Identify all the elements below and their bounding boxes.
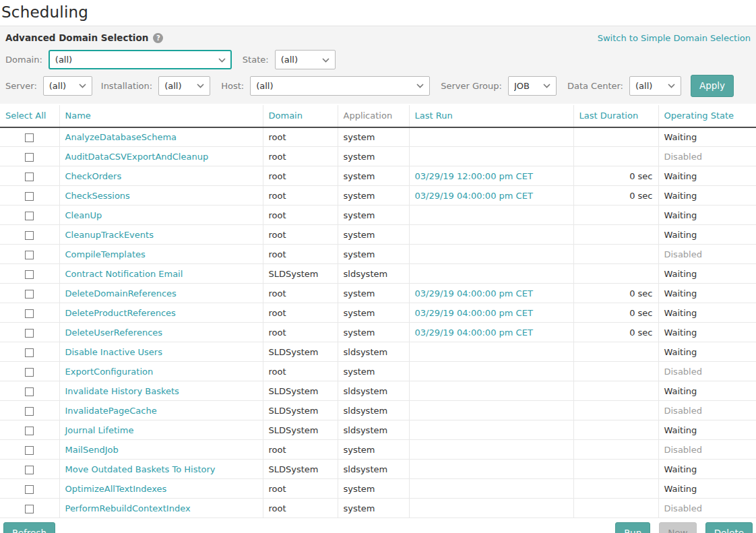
row-checkbox[interactable] [25,153,34,162]
job-last-run-link[interactable]: 03/29/19 04:00:00 pm CET [415,308,533,318]
table-row: Move Outdated Baskets To History SLDSyst… [0,460,756,479]
job-name-link[interactable]: CheckOrders [65,171,122,181]
select-all-link[interactable]: Select All [5,111,46,121]
job-last-run-link[interactable]: 03/29/19 04:00:00 pm CET [415,327,533,338]
row-checkbox[interactable] [25,251,34,259]
data-center-select[interactable]: (all) [629,76,681,96]
job-domain-cell: SLDSystem [263,420,338,440]
job-domain-cell: SLDSystem [263,460,338,479]
row-checkbox[interactable] [25,173,34,181]
job-domain-cell: SLDSystem [263,401,338,420]
job-domain-cell: root [263,479,338,499]
row-checkbox[interactable] [25,466,34,474]
job-name-link[interactable]: DeleteDomainReferences [65,288,177,299]
job-operating-state-cell: Waiting [658,460,756,479]
filter-row-2: Server: (all) Installation: (all) Host: … [5,75,751,97]
job-last-run-link[interactable]: 03/29/19 04:00:00 pm CET [415,191,533,201]
job-name-link[interactable]: OptimizeAllTextIndexes [65,484,167,494]
job-name-link[interactable]: Move Outdated Baskets To History [65,464,216,474]
column-header-last-duration[interactable]: Last Duration [579,111,639,121]
job-last-run-link[interactable]: 03/29/19 04:00:00 pm CET [415,288,533,299]
apply-button[interactable]: Apply [691,75,734,97]
job-name-link[interactable]: PerformRebuildContextIndex [65,503,191,513]
job-operating-state-cell: Disabled [658,362,756,381]
job-operating-state-cell: Waiting [658,303,756,323]
row-checkbox[interactable] [25,348,34,357]
job-last-run-link[interactable]: 03/29/19 12:00:00 pm CET [415,171,533,181]
row-checkbox[interactable] [25,427,34,435]
job-last-run-cell [409,245,573,264]
job-operating-state-cell: Waiting [658,166,756,186]
domain-select[interactable]: (all) [49,50,232,69]
delete-button[interactable]: Delete [705,522,753,533]
job-last-duration-cell [573,245,658,264]
job-name-link[interactable]: CompileTemplates [65,249,146,259]
job-name-link[interactable]: Disable Inactive Users [65,347,162,357]
server-group-select[interactable]: JOB [508,76,557,96]
switch-to-simple-domain-selection-link[interactable]: Switch to Simple Domain Selection [598,33,751,43]
row-checkbox[interactable] [25,329,34,338]
row-checkbox[interactable] [25,270,34,279]
server-select[interactable]: (all) [43,76,92,96]
row-checkbox[interactable] [25,407,34,416]
job-name-link[interactable]: CleanupTrackEvents [65,230,154,240]
new-button[interactable]: New [659,522,696,533]
table-row: CleanupTrackEvents root system Waiting [0,225,756,245]
job-operating-state-cell: Waiting [658,323,756,342]
job-domain-cell: root [263,245,338,264]
job-application-cell: system [338,303,409,323]
job-operating-state-cell: Waiting [658,479,756,499]
table-row: OptimizeAllTextIndexes root system Waiti… [0,479,756,499]
job-last-run-cell [409,264,573,284]
row-checkbox[interactable] [25,387,34,396]
row-checkbox[interactable] [25,290,34,299]
host-select[interactable]: (all) [250,76,430,96]
job-last-duration-cell [573,362,658,381]
job-last-run-cell: 03/29/19 04:00:00 pm CET [409,323,573,342]
row-checkbox[interactable] [25,309,34,318]
table-row: CleanUp root system Waiting [0,206,756,225]
column-header-last-run[interactable]: Last Run [415,111,453,121]
job-name-link[interactable]: Contract Notification Email [65,269,183,279]
job-domain-cell: root [263,127,338,147]
job-name-link[interactable]: AuditDataCSVExportAndCleanup [65,152,209,162]
row-checkbox[interactable] [25,212,34,220]
job-last-duration-cell [573,127,658,147]
table-row: PerformRebuildContextIndex root system D… [0,499,756,518]
column-header-name[interactable]: Name [65,111,91,121]
job-domain-cell: SLDSystem [263,342,338,362]
data-center-label: Data Center: [567,81,623,91]
job-application-cell: system [338,499,409,518]
job-operating-state-cell: Waiting [658,127,756,147]
job-name-link[interactable]: CheckSessions [65,191,130,201]
row-checkbox[interactable] [25,368,34,377]
run-button[interactable]: Run [615,522,650,533]
job-name-link[interactable]: MailSendJob [65,445,119,455]
page-title: Scheduling [1,3,755,21]
job-name-link[interactable]: CleanUp [65,210,102,220]
row-checkbox[interactable] [25,505,34,513]
row-checkbox[interactable] [25,133,34,142]
table-row: CompileTemplates root system Disabled [0,245,756,264]
job-name-link[interactable]: Invalidate History Baskets [65,386,179,396]
job-name-link[interactable]: AnalyzeDatabaseSchema [65,132,177,142]
job-name-link[interactable]: DeleteProductReferences [65,308,176,318]
row-checkbox[interactable] [25,446,34,455]
column-header-domain[interactable]: Domain [269,111,303,121]
state-select[interactable]: (all) [275,50,336,69]
job-last-run-cell [409,362,573,381]
column-header-operating-state[interactable]: Operating State [664,111,734,121]
refresh-button[interactable]: Refresh [3,522,55,533]
job-name-link[interactable]: InvalidatePageCache [65,406,157,416]
job-last-run-cell [409,147,573,166]
job-name-link[interactable]: DeleteUserReferences [65,327,163,338]
row-checkbox[interactable] [25,485,34,494]
help-icon[interactable]: ? [153,33,163,43]
row-checkbox[interactable] [25,192,34,201]
job-name-link[interactable]: Journal Lifetime [65,425,134,435]
table-row: DeleteProductReferences root system 03/2… [0,303,756,323]
installation-select[interactable]: (all) [158,76,210,96]
job-name-link[interactable]: ExportConfiguration [65,367,154,377]
row-checkbox[interactable] [25,231,34,240]
job-last-duration-cell: 0 sec [573,284,658,303]
